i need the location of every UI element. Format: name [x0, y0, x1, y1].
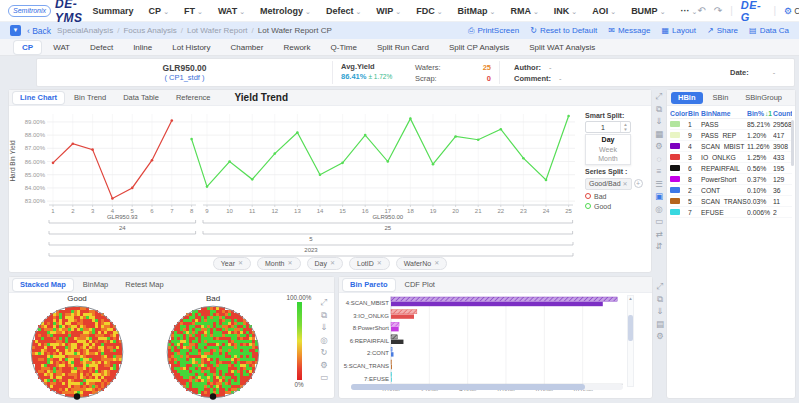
menu-item-defect[interactable]: Defect⌄ — [326, 6, 361, 16]
swap-h-icon[interactable]: ⇄ — [655, 230, 662, 239]
remove-tag-icon[interactable]: ✕ — [623, 179, 628, 189]
tab-bin-trend[interactable]: Bin Trend — [67, 92, 113, 104]
remove-tag-icon[interactable]: ✕ — [238, 258, 243, 269]
menu-item-bitmap[interactable]: BitMap⌄ — [458, 6, 496, 16]
target-icon[interactable]: ◎ — [655, 205, 662, 214]
axis-tag-month[interactable]: Month✕ — [257, 257, 301, 270]
menu-item-···[interactable]: ···⌄ — [681, 6, 698, 16]
bin-table-row[interactable]: 7EFUSE0.006%2 — [670, 207, 792, 218]
bin-table-row[interactable]: 1PASS85.21%29568 — [670, 119, 792, 130]
split-option-day[interactable]: Day — [586, 135, 630, 145]
clone-icon[interactable]: ⧉ — [657, 295, 663, 304]
tab-cp[interactable]: CP — [14, 41, 41, 54]
table-icon[interactable]: ▤ — [656, 320, 664, 329]
tab-bin-pareto[interactable]: Bin Pareto — [343, 279, 395, 291]
column-header-bin%[interactable]: Bin%↓1 — [747, 110, 773, 117]
filter-icon[interactable]: ▼ — [10, 25, 21, 36]
bin-table-row[interactable]: 3IO_ONLKG1.25%433 — [670, 152, 792, 163]
tab-sbin[interactable]: SBin — [706, 92, 736, 104]
stepper-icons[interactable]: ▲▼ — [620, 122, 630, 132]
column-header-binname[interactable]: BinName — [701, 110, 747, 117]
settings-icon[interactable]: ⚙ — [656, 332, 664, 341]
wafer-map-bad[interactable] — [165, 304, 261, 400]
region-icon[interactable]: ▭ — [655, 217, 663, 226]
remove-tag-icon[interactable]: ✕ — [434, 258, 439, 269]
menu-item-rma[interactable]: RMA⌄ — [510, 6, 538, 16]
scrollbar[interactable] — [791, 120, 794, 166]
menu-icon[interactable]: ☰ — [655, 180, 663, 189]
axis-tag-lotid[interactable]: LotID✕ — [349, 257, 390, 270]
menu-item-wat[interactable]: WAT⌄ — [218, 6, 245, 16]
remove-tag-icon[interactable]: ✕ — [287, 258, 292, 269]
legend-item-good[interactable]: Good — [585, 203, 647, 210]
expand-icon[interactable]: ⤢ — [657, 282, 664, 291]
circle-icon[interactable]: ◌ — [656, 155, 661, 164]
tab-split-run-card[interactable]: Split Run Card — [369, 41, 437, 54]
select-area-icon[interactable]: ▣ — [655, 192, 663, 201]
tab-line-chart[interactable]: Line Chart — [13, 92, 64, 104]
reset-to-default-button[interactable]: ↻Reset to Default — [530, 26, 597, 35]
axis-tag-day[interactable]: Day✕ — [307, 257, 343, 270]
bin-table-row[interactable]: 9PASS_REP1.20%417 — [670, 130, 792, 141]
tab-q-time[interactable]: Q-Time — [323, 41, 365, 54]
tab-chamber[interactable]: Chamber — [223, 41, 272, 54]
tab-rework[interactable]: Rework — [275, 41, 318, 54]
add-split-icon[interactable]: + — [634, 179, 643, 188]
breadcrumb-segment[interactable]: Lot Wafer Report — [187, 26, 248, 35]
tab-split-wat-analysis[interactable]: Split WAT Analysis — [521, 41, 603, 54]
breadcrumb-segment[interactable]: SpecialAnalysis — [57, 26, 113, 35]
printscreen-button[interactable]: ⎙PrintScreen — [468, 26, 519, 36]
redo-icon[interactable]: ↷ — [714, 5, 722, 16]
series-split-tag[interactable]: Good/Bad✕ — [585, 178, 632, 190]
split-option-month[interactable]: Month — [586, 154, 630, 164]
axis-tag-waferno[interactable]: WaferNo✕ — [396, 257, 447, 270]
download-icon[interactable]: ⇓ — [656, 307, 663, 316]
vertical-scrollbar[interactable]: ▲ — [627, 295, 634, 387]
bin-table-row[interactable]: 5SCAN_TRANS0.03%11 — [670, 196, 792, 207]
smart-split-input[interactable]: 1 ▲▼ — [585, 121, 631, 133]
share-button[interactable]: ↗Share — [707, 26, 738, 35]
tab-data-table[interactable]: Data Table — [116, 92, 166, 104]
settings-icon[interactable]: ⚙ — [320, 361, 328, 370]
back-button[interactable]: ‹ Back — [27, 26, 51, 36]
list-icon[interactable]: ≡ — [657, 167, 662, 176]
clone-icon[interactable]: ⧉ — [656, 105, 662, 114]
tab-cdf-plot[interactable]: CDF Plot — [398, 279, 442, 291]
wafer-map-good[interactable] — [29, 304, 125, 400]
layout-button[interactable]: ▦Layout — [661, 26, 696, 35]
clone-icon[interactable]: ⧉ — [321, 311, 327, 320]
bin-table-row[interactable]: 2CONT0.10%36 — [670, 185, 792, 196]
data-ca-button[interactable]: ▤Data Ca — [749, 26, 789, 35]
download-icon[interactable]: ⇓ — [320, 323, 327, 332]
settings-icon[interactable]: ⚙ — [655, 142, 663, 151]
message-button[interactable]: ✉Message — [608, 26, 650, 35]
expand-icon[interactable]: ⤢ — [321, 298, 328, 307]
horizontal-scrollbar[interactable] — [351, 384, 623, 390]
lot-test-program-link[interactable]: ( CP1_stdf ) — [164, 73, 204, 82]
menu-item-ink[interactable]: INK⌄ — [554, 6, 577, 16]
config-button[interactable]: ⚙Config — [784, 6, 799, 16]
breadcrumb-segment[interactable]: Focus Analysis — [123, 26, 176, 35]
menu-item-wip[interactable]: WIP⌄ — [376, 6, 401, 16]
sort-desc-icon[interactable]: ↓1 — [765, 110, 772, 117]
menu-item-fdc[interactable]: FDC⌄ — [416, 6, 442, 16]
swap-v-icon[interactable]: ⇵ — [655, 242, 662, 251]
undo-icon[interactable]: ↶ — [697, 5, 705, 16]
menu-item-cp[interactable]: CP⌄ — [149, 6, 169, 16]
tab-wat[interactable]: WAT — [45, 41, 78, 54]
menu-item-metrology[interactable]: Metrology⌄ — [260, 6, 311, 16]
remove-tag-icon[interactable]: ✕ — [377, 258, 382, 269]
tab-binmap[interactable]: BinMap — [76, 279, 115, 291]
tab-defect[interactable]: Defect — [82, 41, 121, 54]
legend-item-bad[interactable]: Bad — [585, 193, 647, 200]
menu-item-bump[interactable]: BUMP⌄ — [631, 6, 665, 16]
column-header-count[interactable]: Count — [773, 110, 792, 117]
column-header-color[interactable]: Color — [670, 110, 688, 117]
bin-table-row[interactable]: 6REPAIRFAIL0.56%195 — [670, 163, 792, 174]
menu-item-summary[interactable]: Summary — [93, 6, 134, 16]
tab-lot-history[interactable]: Lot History — [164, 41, 218, 54]
tab-reference[interactable]: Reference — [169, 92, 218, 104]
refresh-icon[interactable]: ↻ — [320, 348, 327, 357]
bin-table-row[interactable]: 4SCAN_MBIST11.26%3908 — [670, 141, 792, 152]
split-option-week[interactable]: Week — [586, 145, 630, 155]
